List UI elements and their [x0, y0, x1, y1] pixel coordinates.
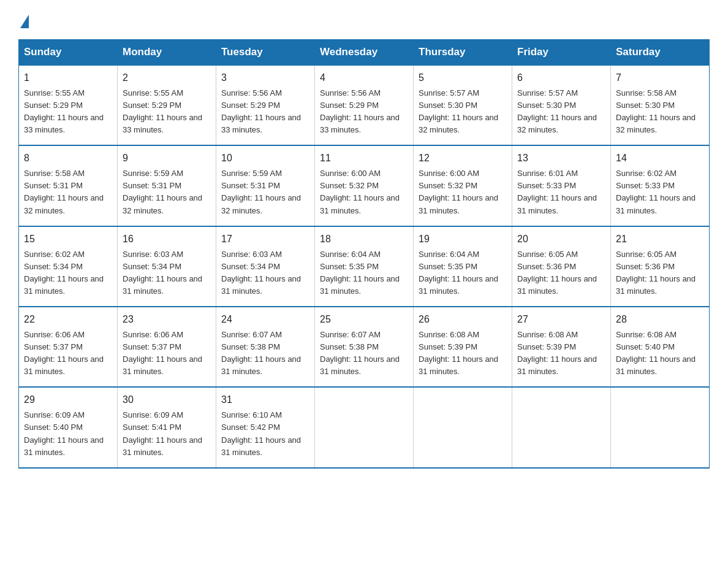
calendar-cell: 25Sunrise: 6:07 AMSunset: 5:38 PMDayligh…	[315, 307, 414, 387]
sunrise-text: Sunrise: 6:09 AM	[24, 410, 85, 419]
sunset-text: Sunset: 5:40 PM	[616, 342, 675, 351]
calendar-cell	[414, 387, 512, 467]
day-number: 31	[221, 393, 309, 408]
daylight-text: Daylight: 11 hours and 31 minutes.	[123, 354, 202, 376]
sunset-text: Sunset: 5:30 PM	[419, 101, 477, 110]
daylight-text: Daylight: 11 hours and 31 minutes.	[419, 193, 498, 215]
sunrise-text: Sunrise: 5:59 AM	[123, 169, 183, 178]
daylight-text: Daylight: 11 hours and 32 minutes.	[24, 193, 104, 215]
calendar-cell: 17Sunrise: 6:03 AMSunset: 5:34 PMDayligh…	[216, 226, 315, 307]
day-number: 15	[24, 232, 112, 247]
sunrise-text: Sunrise: 5:55 AM	[123, 88, 183, 98]
sunrise-text: Sunrise: 6:08 AM	[616, 330, 677, 339]
sunrise-text: Sunrise: 6:00 AM	[419, 169, 479, 178]
calendar-cell: 28Sunrise: 6:08 AMSunset: 5:40 PMDayligh…	[611, 307, 710, 387]
sunrise-text: Sunrise: 6:07 AM	[221, 330, 282, 339]
daylight-text: Daylight: 11 hours and 31 minutes.	[419, 274, 498, 296]
calendar-body: 1Sunrise: 5:55 AMSunset: 5:29 PMDaylight…	[19, 65, 710, 468]
calendar-cell: 12Sunrise: 6:00 AMSunset: 5:32 PMDayligh…	[414, 145, 512, 226]
day-number: 9	[123, 151, 211, 166]
daylight-text: Daylight: 11 hours and 31 minutes.	[517, 274, 597, 296]
day-number: 30	[123, 393, 211, 408]
weekday-header-wednesday: Wednesday	[315, 40, 414, 66]
calendar-cell: 4Sunrise: 5:56 AMSunset: 5:29 PMDaylight…	[315, 65, 414, 145]
sunset-text: Sunset: 5:33 PM	[517, 181, 576, 190]
calendar-week-row: 8Sunrise: 5:58 AMSunset: 5:31 PMDaylight…	[19, 145, 710, 226]
sunset-text: Sunset: 5:34 PM	[24, 262, 83, 271]
page-header	[18, 12, 710, 28]
weekday-header-sunday: Sunday	[19, 40, 118, 66]
day-number: 10	[221, 151, 309, 166]
day-number: 26	[419, 312, 507, 327]
weekday-header-thursday: Thursday	[414, 40, 512, 66]
daylight-text: Daylight: 11 hours and 31 minutes.	[616, 274, 696, 296]
sunset-text: Sunset: 5:36 PM	[616, 262, 675, 271]
sunset-text: Sunset: 5:39 PM	[419, 342, 477, 351]
sunset-text: Sunset: 5:32 PM	[320, 181, 379, 190]
sunrise-text: Sunrise: 6:10 AM	[221, 410, 282, 419]
sunset-text: Sunset: 5:34 PM	[123, 262, 181, 271]
weekday-header-monday: Monday	[118, 40, 216, 66]
sunrise-text: Sunrise: 6:06 AM	[123, 330, 183, 339]
day-number: 13	[517, 151, 605, 166]
day-number: 17	[221, 232, 309, 247]
daylight-text: Daylight: 11 hours and 33 minutes.	[320, 113, 400, 134]
day-number: 23	[123, 312, 211, 327]
sunset-text: Sunset: 5:29 PM	[24, 101, 83, 110]
logo	[18, 12, 29, 28]
sunrise-text: Sunrise: 6:03 AM	[221, 250, 282, 259]
calendar-cell: 19Sunrise: 6:04 AMSunset: 5:35 PMDayligh…	[414, 226, 512, 307]
sunrise-text: Sunrise: 6:05 AM	[616, 250, 677, 259]
daylight-text: Daylight: 11 hours and 33 minutes.	[24, 113, 104, 134]
daylight-text: Daylight: 11 hours and 31 minutes.	[24, 435, 104, 457]
calendar-cell: 22Sunrise: 6:06 AMSunset: 5:37 PMDayligh…	[19, 307, 118, 387]
sunset-text: Sunset: 5:40 PM	[24, 423, 83, 432]
sunset-text: Sunset: 5:39 PM	[517, 342, 576, 351]
calendar-cell: 14Sunrise: 6:02 AMSunset: 5:33 PMDayligh…	[611, 145, 710, 226]
sunrise-text: Sunrise: 6:08 AM	[419, 330, 479, 339]
calendar-week-row: 15Sunrise: 6:02 AMSunset: 5:34 PMDayligh…	[19, 226, 710, 307]
sunset-text: Sunset: 5:35 PM	[320, 262, 379, 271]
daylight-text: Daylight: 11 hours and 31 minutes.	[517, 193, 597, 215]
calendar-cell	[512, 387, 611, 467]
sunrise-text: Sunrise: 6:05 AM	[517, 250, 578, 259]
sunrise-text: Sunrise: 6:06 AM	[24, 330, 85, 339]
calendar-cell: 3Sunrise: 5:56 AMSunset: 5:29 PMDaylight…	[216, 65, 315, 145]
day-number: 14	[616, 151, 704, 166]
day-number: 12	[419, 151, 507, 166]
calendar-cell: 5Sunrise: 5:57 AMSunset: 5:30 PMDaylight…	[414, 65, 512, 145]
sunrise-text: Sunrise: 5:57 AM	[517, 88, 578, 98]
calendar-cell: 18Sunrise: 6:04 AMSunset: 5:35 PMDayligh…	[315, 226, 414, 307]
sunset-text: Sunset: 5:30 PM	[616, 101, 675, 110]
sunset-text: Sunset: 5:38 PM	[320, 342, 379, 351]
sunrise-text: Sunrise: 5:58 AM	[616, 88, 677, 98]
sunrise-text: Sunrise: 6:03 AM	[123, 250, 183, 259]
sunset-text: Sunset: 5:30 PM	[517, 101, 576, 110]
day-number: 3	[221, 71, 309, 86]
calendar-cell: 23Sunrise: 6:06 AMSunset: 5:37 PMDayligh…	[118, 307, 216, 387]
calendar-cell: 8Sunrise: 5:58 AMSunset: 5:31 PMDaylight…	[19, 145, 118, 226]
daylight-text: Daylight: 11 hours and 31 minutes.	[24, 274, 104, 296]
sunset-text: Sunset: 5:37 PM	[123, 342, 181, 351]
daylight-text: Daylight: 11 hours and 31 minutes.	[24, 354, 104, 376]
logo-triangle-icon	[20, 15, 29, 28]
daylight-text: Daylight: 11 hours and 33 minutes.	[221, 113, 301, 134]
daylight-text: Daylight: 11 hours and 31 minutes.	[517, 354, 597, 376]
calendar-cell: 2Sunrise: 5:55 AMSunset: 5:29 PMDaylight…	[118, 65, 216, 145]
weekday-header-row: SundayMondayTuesdayWednesdayThursdayFrid…	[19, 40, 710, 66]
calendar-cell: 15Sunrise: 6:02 AMSunset: 5:34 PMDayligh…	[19, 226, 118, 307]
calendar-cell	[611, 387, 710, 467]
sunrise-text: Sunrise: 6:00 AM	[320, 169, 381, 178]
day-number: 16	[123, 232, 211, 247]
calendar-cell: 24Sunrise: 6:07 AMSunset: 5:38 PMDayligh…	[216, 307, 315, 387]
sunset-text: Sunset: 5:29 PM	[123, 101, 181, 110]
calendar-cell: 30Sunrise: 6:09 AMSunset: 5:41 PMDayligh…	[118, 387, 216, 467]
day-number: 5	[419, 71, 507, 86]
calendar-cell: 9Sunrise: 5:59 AMSunset: 5:31 PMDaylight…	[118, 145, 216, 226]
sunset-text: Sunset: 5:31 PM	[24, 181, 83, 190]
calendar-week-row: 1Sunrise: 5:55 AMSunset: 5:29 PMDaylight…	[19, 65, 710, 145]
daylight-text: Daylight: 11 hours and 31 minutes.	[320, 193, 400, 215]
day-number: 22	[24, 312, 112, 327]
day-number: 1	[24, 71, 112, 86]
sunset-text: Sunset: 5:34 PM	[221, 262, 280, 271]
